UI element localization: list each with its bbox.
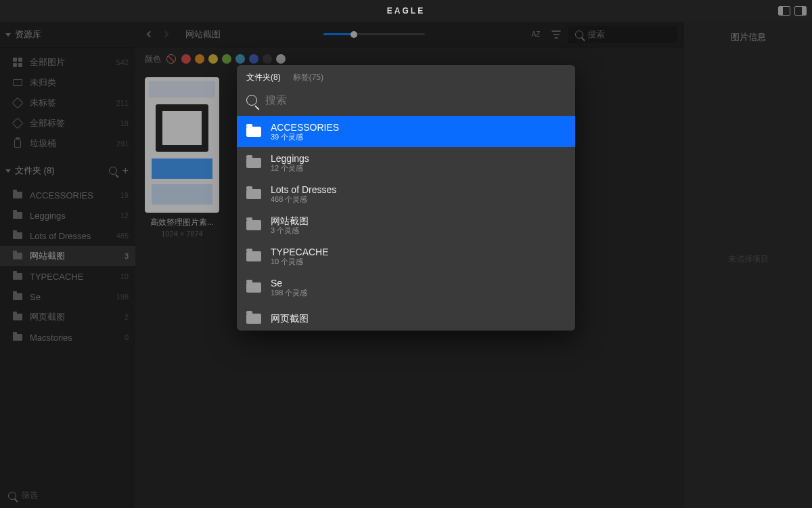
folder-icon — [246, 314, 261, 324]
popover-folder-item[interactable]: 网站截图 3 个灵感 — [237, 209, 575, 240]
popover-item-title: Lots of Dresses — [271, 184, 336, 195]
title-bar: EAGLE — [0, 0, 812, 22]
popover-folder-item[interactable]: Leggings 12 个灵感 — [237, 147, 575, 178]
popover-item-title: Se — [271, 278, 307, 289]
popover-item-subtitle: 468 个灵感 — [271, 195, 336, 204]
folder-icon — [246, 189, 261, 199]
popover-tab[interactable]: 文件夹(8) — [246, 72, 281, 83]
popover-item-subtitle: 39 个灵感 — [271, 133, 339, 142]
popover-tab[interactable]: 标签(75) — [293, 72, 323, 83]
folder-icon — [246, 251, 261, 261]
popover-folder-item[interactable]: 网页截图 — [237, 303, 575, 331]
popover-item-subtitle: 198 个灵感 — [271, 289, 307, 297]
popover-item-subtitle: 12 个灵感 — [271, 164, 309, 173]
popover-tabs: 文件夹(8)标签(75) — [237, 65, 575, 89]
popover-folder-list: ACCESSORIES 39 个灵感 Leggings 12 个灵感 Lots … — [237, 116, 575, 331]
popover-folder-item[interactable]: Se 198 个灵感 — [237, 272, 575, 303]
toggle-left-panel-icon[interactable] — [778, 6, 790, 16]
popover-folder-item[interactable]: ACCESSORIES 39 个灵感 — [237, 116, 575, 147]
popover-item-subtitle: 3 个灵感 — [271, 226, 309, 235]
folder-picker-popover: 文件夹(8)标签(75) ACCESSORIES 39 个灵感 Leggings… — [237, 65, 575, 331]
folder-icon — [246, 282, 261, 293]
popover-item-title: TYPECACHE — [271, 247, 329, 257]
popover-search[interactable] — [237, 89, 575, 116]
titlebar-controls — [778, 6, 807, 16]
app-title: EAGLE — [387, 6, 425, 16]
popover-item-title: Leggings — [271, 153, 309, 164]
folder-icon — [246, 127, 261, 137]
search-icon — [246, 95, 257, 106]
popover-item-title: 网页截图 — [271, 313, 309, 324]
popover-item-subtitle: 10 个灵感 — [271, 257, 329, 266]
folder-icon — [246, 158, 261, 168]
popover-search-input[interactable] — [265, 94, 566, 106]
popover-folder-item[interactable]: TYPECACHE 10 个灵感 — [237, 240, 575, 272]
popover-folder-item[interactable]: Lots of Dresses 468 个灵感 — [237, 178, 575, 209]
folder-icon — [246, 220, 261, 230]
popover-item-title: ACCESSORIES — [271, 122, 339, 133]
toggle-right-panel-icon[interactable] — [794, 6, 807, 16]
popover-item-title: 网站截图 — [271, 215, 309, 226]
